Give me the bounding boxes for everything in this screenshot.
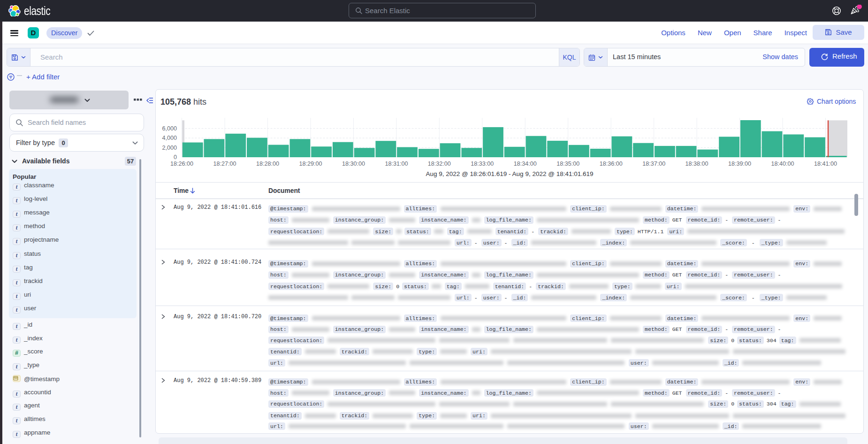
svg-text:18:35:00: 18:35:00 (556, 161, 579, 167)
svg-text:18:26:00: 18:26:00 (170, 161, 193, 167)
svg-text:18:30:00: 18:30:00 (342, 161, 365, 167)
svg-text:18:34:00: 18:34:00 (514, 161, 537, 167)
svg-text:18:32:00: 18:32:00 (428, 161, 451, 167)
svg-text:18:39:00: 18:39:00 (728, 161, 751, 167)
svg-text:18:36:00: 18:36:00 (600, 161, 623, 167)
svg-text:18:29:00: 18:29:00 (299, 161, 322, 167)
svg-text:18:31:00: 18:31:00 (385, 161, 408, 167)
svg-text:18:37:00: 18:37:00 (642, 161, 665, 167)
svg-text:4,000: 4,000 (162, 135, 177, 141)
svg-text:18:28:00: 18:28:00 (256, 161, 279, 167)
svg-text:6,000: 6,000 (162, 125, 177, 132)
svg-text:0: 0 (174, 154, 177, 161)
svg-text:18:38:00: 18:38:00 (685, 161, 708, 167)
svg-text:2,000: 2,000 (162, 145, 177, 151)
svg-text:18:27:00: 18:27:00 (213, 161, 236, 167)
svg-text:18:33:00: 18:33:00 (471, 161, 494, 167)
svg-text:18:41:00: 18:41:00 (814, 161, 837, 167)
svg-text:18:40:00: 18:40:00 (771, 161, 794, 167)
